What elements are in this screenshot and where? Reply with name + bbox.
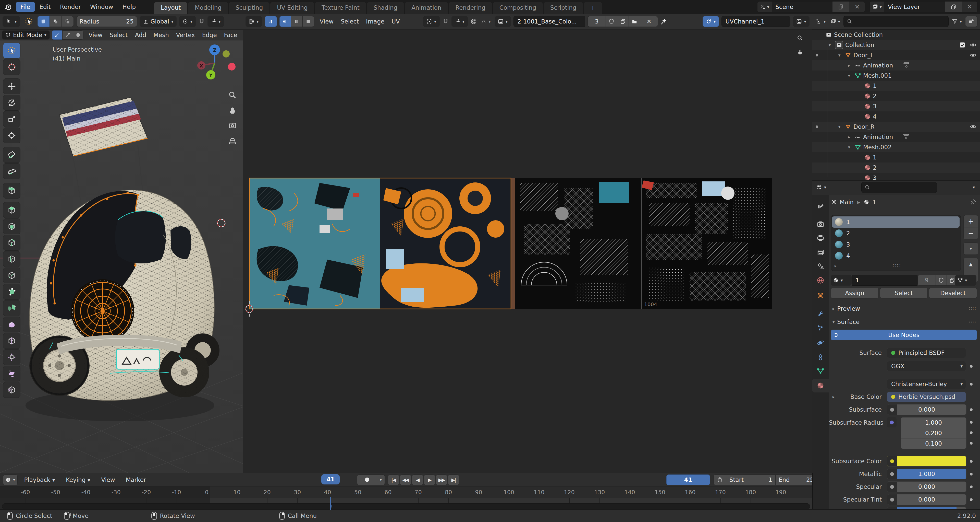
fake-user-shield-icon[interactable] bbox=[606, 16, 617, 27]
radius-slider[interactable]: Radius 25 bbox=[76, 16, 137, 27]
outliner-filter-dropdown[interactable]: ▾ bbox=[951, 16, 963, 27]
visibility-eye-icon[interactable] bbox=[970, 42, 977, 48]
image-name-field[interactable]: 2-1001_Base_Colo... bbox=[514, 16, 585, 27]
properties-tab-view-layer[interactable] bbox=[812, 246, 829, 260]
uv-map-name-field[interactable]: UVChannel_1 bbox=[721, 16, 791, 27]
outliner-row-animation[interactable]: ▸Animation bbox=[812, 132, 980, 142]
animate-dot[interactable] bbox=[970, 473, 973, 476]
image-users-count[interactable]: 3 bbox=[587, 16, 606, 27]
material-browse-dropdown[interactable]: ▾ bbox=[831, 275, 852, 286]
surface-shader-field[interactable]: Principled BSDF bbox=[887, 348, 966, 358]
circle-select-tool-icon[interactable] bbox=[25, 18, 33, 26]
properties-tab-particles[interactable] bbox=[812, 321, 829, 335]
end-frame-field[interactable]: End250 bbox=[775, 474, 813, 485]
caret-right-icon[interactable]: ▸ bbox=[835, 263, 837, 268]
tab-layout[interactable]: Layout bbox=[154, 2, 187, 14]
animate-dot[interactable] bbox=[970, 485, 973, 488]
scene-selector[interactable]: ▾ Scene ✕ bbox=[757, 1, 865, 13]
uv-canvas[interactable]: 1004 bbox=[243, 30, 812, 473]
base-color-texture-field[interactable]: Herbie Versuch.psd bbox=[887, 392, 966, 402]
scale-tool-button[interactable] bbox=[3, 111, 21, 127]
uv-face-select-button[interactable] bbox=[302, 16, 314, 27]
animate-dot[interactable] bbox=[970, 408, 973, 411]
snap-target-dropdown[interactable]: ▾ bbox=[207, 16, 224, 27]
uv-menu-uv[interactable]: UV bbox=[388, 17, 403, 26]
animate-dot[interactable] bbox=[970, 365, 973, 368]
animate-dot[interactable] bbox=[970, 431, 973, 434]
specular-tint-slider[interactable]: 0.000 bbox=[887, 494, 966, 505]
outliner-row-mesh-001[interactable]: ▾Mesh.001 bbox=[812, 70, 980, 81]
face-select-button[interactable] bbox=[73, 30, 83, 40]
properties-tab-modifiers[interactable] bbox=[812, 307, 829, 321]
select-button[interactable]: Select bbox=[880, 288, 928, 299]
expand-caret[interactable]: ▾ bbox=[836, 53, 843, 58]
proportional-falloff-dropdown[interactable]: ▾ bbox=[479, 16, 492, 27]
pin-icon[interactable] bbox=[970, 199, 976, 205]
open-image-folder-icon[interactable] bbox=[628, 16, 640, 27]
select-mode-set[interactable] bbox=[38, 16, 50, 27]
spin-tool-button[interactable] bbox=[3, 300, 21, 316]
distribution-select[interactable]: GGX▾ bbox=[887, 361, 966, 371]
outliner-row-1[interactable]: 1 bbox=[812, 81, 980, 91]
breadcrumb-material[interactable]: 1 bbox=[872, 199, 876, 206]
uv-menu-select[interactable]: Select bbox=[338, 17, 362, 26]
viewport-menu-add[interactable]: Add bbox=[132, 31, 150, 39]
properties-search-input[interactable] bbox=[861, 182, 937, 193]
uv-menu-view[interactable]: View bbox=[317, 17, 337, 26]
visibility-eye-icon[interactable] bbox=[970, 52, 977, 59]
viewport-menu-edge[interactable]: Edge bbox=[199, 31, 220, 39]
tab-modeling[interactable]: Modeling bbox=[188, 2, 228, 14]
circle-select-tool-button[interactable] bbox=[3, 43, 21, 59]
preview-panel-header[interactable]: ▸ Preview ∷∷ bbox=[829, 303, 980, 314]
outliner-row-2[interactable]: 2 bbox=[812, 163, 980, 173]
tab-animation[interactable]: Animation bbox=[405, 2, 448, 14]
material-users-count[interactable]: 9 bbox=[918, 275, 936, 286]
tab-compositing[interactable]: Compositing bbox=[493, 2, 543, 14]
tab-shading[interactable]: Shading bbox=[367, 2, 404, 14]
outliner-row-door-r[interactable]: ▾Door_R bbox=[812, 121, 980, 132]
blender-logo-icon[interactable] bbox=[4, 3, 12, 11]
expand-caret[interactable]: ▾ bbox=[846, 73, 853, 78]
shrink-fatten-tool-button[interactable] bbox=[3, 349, 21, 365]
subsurface-method-select[interactable]: Christensen-Burley▾ bbox=[887, 379, 966, 389]
viewport-menu-face[interactable]: Face bbox=[221, 31, 240, 39]
uv-edge-select-button[interactable] bbox=[291, 16, 303, 27]
animate-dot[interactable] bbox=[970, 383, 973, 386]
subsurface-radius-z[interactable]: 0.100 bbox=[900, 438, 966, 449]
copy-icon[interactable] bbox=[945, 2, 962, 12]
edge-select-button[interactable] bbox=[62, 30, 73, 40]
outliner-display-mode-dropdown[interactable]: ▾ bbox=[829, 16, 842, 27]
assign-button[interactable]: Assign bbox=[831, 288, 879, 299]
fake-user-shield-icon[interactable] bbox=[935, 275, 947, 286]
menu-file[interactable]: File bbox=[16, 2, 35, 12]
expand-caret[interactable]: ▸ bbox=[846, 63, 853, 68]
previous-keyframe-button[interactable]: ◀◀ bbox=[400, 474, 411, 485]
tab-texture-paint[interactable]: Texture Paint bbox=[315, 2, 366, 14]
specular-slider[interactable]: 0.000 bbox=[887, 481, 966, 492]
viewport-menu-select[interactable]: Select bbox=[107, 31, 131, 39]
add-slot-button[interactable]: + bbox=[963, 215, 978, 227]
properties-tab-data[interactable] bbox=[812, 364, 829, 378]
animate-dot[interactable] bbox=[970, 421, 973, 424]
breadcrumb-object[interactable]: Main bbox=[840, 199, 854, 206]
viewport-menu-vertex[interactable]: Vertex bbox=[173, 31, 198, 39]
scene-name[interactable]: Scene bbox=[772, 2, 832, 12]
poly-build-tool-button[interactable] bbox=[3, 284, 21, 300]
expand-caret[interactable]: ▾ bbox=[846, 145, 853, 150]
outliner-search-input[interactable] bbox=[843, 16, 948, 27]
collection-checkbox[interactable] bbox=[959, 42, 966, 48]
viewport-canvas[interactable]: User Perspective (41) Main Z X Y bbox=[0, 41, 243, 473]
outliner-row-3[interactable]: 3 bbox=[812, 173, 980, 180]
properties-tab-material[interactable] bbox=[812, 379, 829, 393]
expand-caret[interactable]: ▾ bbox=[836, 124, 843, 129]
properties-tab-constraints[interactable] bbox=[812, 351, 829, 364]
annotate-tool-button[interactable] bbox=[3, 147, 21, 163]
pin-icon[interactable] bbox=[660, 18, 667, 25]
keying-set-dropdown[interactable]: ▾ bbox=[377, 474, 385, 485]
view-layer-name[interactable]: View Layer bbox=[884, 2, 945, 12]
timeline-menu-view[interactable]: View bbox=[97, 475, 120, 485]
vertex-select-button[interactable] bbox=[52, 30, 62, 40]
orientation-dropdown[interactable]: Global▾ bbox=[140, 16, 177, 27]
subsurface-radius-x[interactable]: 1.000 bbox=[900, 417, 966, 428]
image-browse-dropdown[interactable]: ▾ bbox=[495, 16, 511, 27]
